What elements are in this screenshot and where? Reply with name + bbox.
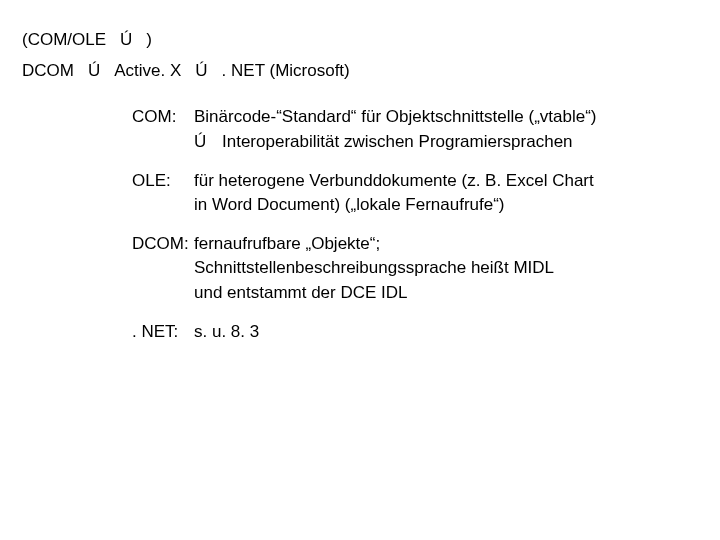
def-key-ole: OLE:: [132, 169, 194, 194]
def-com: COM: Binärcode-“Standard“ für Objektschn…: [22, 105, 698, 154]
def-val-com: Binärcode-“Standard“ für Objektschnittst…: [194, 105, 698, 130]
arrow-icon: Ú: [88, 59, 100, 84]
def-ole: OLE: für heterogene Verbunddokumente (z.…: [22, 169, 698, 218]
def-key-com: COM:: [132, 105, 194, 130]
def-net: . NET: s. u. 8. 3: [22, 320, 698, 345]
arrow-icon: Ú: [194, 130, 222, 155]
def-val-dcom-1: fernaufrufbare „Objekte“;: [194, 232, 698, 257]
slide-content: (COM/OLE Ú ) DCOM Ú Active. X Ú . NET (M…: [0, 0, 720, 540]
def-val-net: s. u. 8. 3: [194, 320, 698, 345]
arrow-icon: Ú: [195, 59, 207, 84]
evolution-line-2: DCOM Ú Active. X Ú . NET (Microsoft): [22, 59, 698, 84]
evolution-line-1: (COM/OLE Ú ): [22, 28, 698, 53]
text-dcom: DCOM: [22, 59, 74, 84]
text-paren: ): [146, 28, 152, 53]
arrow-icon: Ú: [120, 28, 132, 53]
text-com-ole: (COM/OLE: [22, 28, 106, 53]
def-val-ole-2: in Word Document) („lokale Fernaufrufe“): [132, 193, 698, 218]
def-dcom: DCOM: fernaufrufbare „Objekte“; Schnitts…: [22, 232, 698, 306]
text-dotnet-ms: . NET (Microsoft): [222, 59, 350, 84]
def-val-ole-1: für heterogene Verbunddokumente (z. B. E…: [194, 169, 698, 194]
def-key-net: . NET:: [132, 320, 194, 345]
def-sub-com: Interoperabilität zwischen Programierspr…: [222, 130, 573, 155]
text-activex: Active. X: [114, 59, 181, 84]
def-key-dcom: DCOM:: [132, 232, 194, 257]
def-val-dcom-3: und entstammt der DCE IDL: [132, 281, 698, 306]
def-val-dcom-2: Schnittstellenbeschreibungssprache heißt…: [132, 256, 698, 281]
